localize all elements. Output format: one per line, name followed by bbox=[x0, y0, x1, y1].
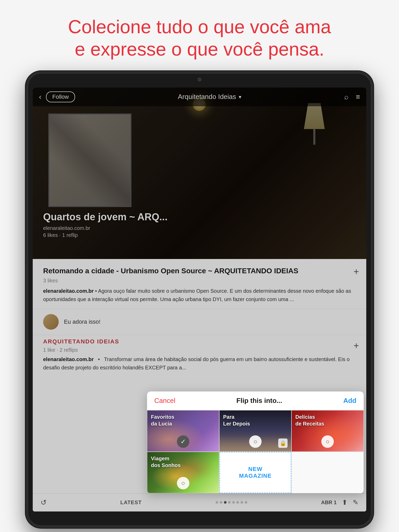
magazine-item-2[interactable]: ParaLer Depois ○ 🔒 bbox=[219, 410, 291, 452]
flip-modal: Cancel Flip this into... Add Favoritosda… bbox=[147, 391, 364, 493]
empty-slot bbox=[291, 452, 364, 493]
new-magazine-label: NEWMAGAZINE bbox=[239, 466, 271, 479]
flip-title: Flip this into... bbox=[236, 397, 282, 405]
magazine-grid: Favoritosda Lucia ✓ ParaLer Depois ○ 🔒 D… bbox=[147, 410, 364, 493]
mag-label-3: Delíciasde Receitas bbox=[295, 414, 324, 427]
magazine-item-4[interactable]: Viagemdos Sonhos ○ bbox=[147, 452, 219, 493]
mag-check-4[interactable]: ○ bbox=[177, 477, 189, 489]
mag-check-2[interactable]: ○ bbox=[249, 435, 262, 448]
flip-add-button[interactable]: Add bbox=[343, 397, 356, 405]
new-magazine-button[interactable]: NEWMAGAZINE bbox=[219, 452, 291, 493]
page-header: Colecione tudo o que você ama e expresse… bbox=[0, 0, 399, 71]
flip-modal-header: Cancel Flip this into... Add bbox=[147, 391, 364, 410]
mag-check-3[interactable]: ○ bbox=[321, 435, 334, 448]
mag-label-1: Favoritosda Lucia bbox=[151, 414, 174, 427]
cancel-button[interactable]: Cancel bbox=[154, 397, 175, 405]
mag-check-1[interactable]: ✓ bbox=[177, 435, 189, 448]
device-frame: Quartos de jovem ~ ARQ... elenaraleitao.… bbox=[25, 71, 374, 528]
screen: Quartos de jovem ~ ARQ... elenaraleitao.… bbox=[33, 88, 366, 511]
lock-icon-2: 🔒 bbox=[278, 438, 288, 448]
mag-label-4: Viagemdos Sonhos bbox=[151, 455, 181, 469]
mag-label-2: ParaLer Depois bbox=[223, 414, 250, 427]
device-camera bbox=[198, 78, 201, 81]
magazine-item-1[interactable]: Favoritosda Lucia ✓ bbox=[147, 410, 219, 452]
page-title: Colecione tudo o que você ama e expresse… bbox=[21, 16, 378, 61]
magazine-item-3[interactable]: Delíciasde Receitas ○ bbox=[291, 410, 364, 452]
